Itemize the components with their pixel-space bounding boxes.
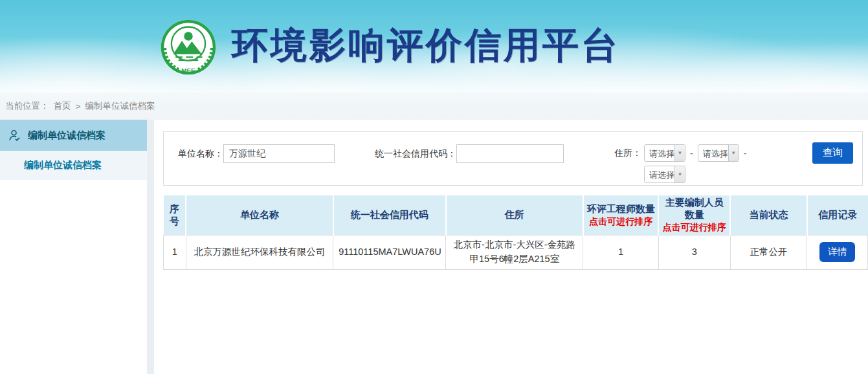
- col-header-address: 住所: [446, 195, 583, 236]
- col-header-unit-name: 单位名称: [186, 195, 333, 236]
- col-header-index: 序号: [164, 195, 186, 236]
- sidebar-subitem-unit-credit-archive[interactable]: 编制单位诚信档案: [0, 151, 147, 180]
- col-header-engineer-count-sort[interactable]: 环评工程师数量 点击可进行排序: [583, 195, 658, 236]
- sidebar-divider: [147, 120, 154, 374]
- chevron-down-icon: ▼: [674, 145, 685, 161]
- site-header: MEE 环境影响评价信用平台: [0, 0, 868, 93]
- sidebar-item-label: 编制单位诚信档案: [28, 129, 106, 142]
- breadcrumb-prefix: 当前位置：: [5, 100, 49, 112]
- table-header-row: 序号 单位名称 统一社会信用代码 住所 环评工程师数量 点击可进行排序 主要编制…: [164, 195, 868, 236]
- address-city-select[interactable]: 请选择 ▼: [698, 144, 739, 162]
- address-district-select[interactable]: 请选择 ▼: [644, 166, 685, 183]
- cell-address: 北京市-北京市-大兴区-金苑路甲15号6幢2层A215室: [446, 236, 583, 270]
- breadcrumb-separator: >: [76, 102, 81, 111]
- company-name-link[interactable]: 北京万源世纪环保科技有限公司: [186, 236, 333, 270]
- col-header-credit-record: 信用记录: [807, 195, 868, 236]
- breadcrumb-home-link[interactable]: 首页: [54, 100, 71, 112]
- engineer-count-link[interactable]: 1: [583, 236, 658, 270]
- chevron-down-icon: ▼: [728, 145, 739, 161]
- credit-code-label: 统一社会信用代码：: [375, 148, 456, 160]
- person-check-icon: [7, 128, 22, 143]
- col-header-staff-count-sort[interactable]: 主要编制人员数量 点击可进行排序: [658, 195, 730, 236]
- sort-hint: 点击可进行排序: [586, 216, 655, 228]
- unit-name-field: 单位名称：: [178, 144, 335, 163]
- sidebar-item-unit-credit-archive[interactable]: 编制单位诚信档案: [0, 120, 147, 151]
- unit-name-label: 单位名称：: [178, 148, 223, 160]
- detail-button[interactable]: 详情: [819, 242, 855, 262]
- credit-code-field: 统一社会信用代码：: [375, 144, 564, 163]
- cell-index: 1: [164, 236, 186, 270]
- select-value: 请选择: [645, 166, 674, 182]
- address-province-select[interactable]: 请选择 ▼: [644, 144, 685, 162]
- sort-hint: 点击可进行排序: [662, 222, 727, 234]
- breadcrumb: 当前位置： 首页 > 编制单位诚信档案: [0, 93, 868, 120]
- staff-count-link[interactable]: 3: [658, 236, 730, 270]
- main-content: 单位名称： 统一社会信用代码： 住所： 请选择 ▼ -: [154, 120, 868, 374]
- col-header-credit-code: 统一社会信用代码: [333, 195, 446, 236]
- search-panel: 单位名称： 统一社会信用代码： 住所： 请选择 ▼ -: [163, 131, 863, 186]
- credit-code-input[interactable]: [456, 144, 564, 163]
- query-button[interactable]: 查询: [812, 142, 853, 164]
- chevron-down-icon: ▼: [674, 166, 685, 182]
- select-value: 请选择: [645, 145, 674, 161]
- cell-credit-record: 详情: [807, 236, 868, 270]
- address-label: 住所：: [614, 148, 641, 159]
- col-header-status: 当前状态: [730, 195, 807, 236]
- sidebar-subitem-label: 编制单位诚信档案: [24, 159, 102, 171]
- page-title: 环境影响评价信用平台: [232, 21, 620, 71]
- logo-text: MEE: [181, 66, 195, 73]
- table-row: 1 北京万源世纪环保科技有限公司 91110115MA7LWUA76U 北京市-…: [164, 236, 868, 270]
- col-header-label: 环评工程师数量: [586, 203, 655, 215]
- cell-credit-code: 91110115MA7LWUA76U: [333, 236, 446, 270]
- col-header-label: 主要编制人员数量: [662, 197, 727, 221]
- breadcrumb-current: 编制单位诚信档案: [85, 100, 155, 112]
- select-value: 请选择: [698, 145, 728, 161]
- mee-logo-icon: MEE: [159, 18, 217, 76]
- cell-status: 正常公开: [730, 236, 807, 270]
- address-dash: -: [690, 148, 693, 159]
- address-field: 住所： 请选择 ▼ - 请选择 ▼ -: [614, 144, 751, 183]
- results-table: 序号 单位名称 统一社会信用代码 住所 环评工程师数量 点击可进行排序 主要编制…: [163, 195, 868, 270]
- address-dash: -: [744, 148, 747, 159]
- sidebar: 编制单位诚信档案 编制单位诚信档案: [0, 120, 147, 374]
- unit-name-input[interactable]: [223, 144, 335, 163]
